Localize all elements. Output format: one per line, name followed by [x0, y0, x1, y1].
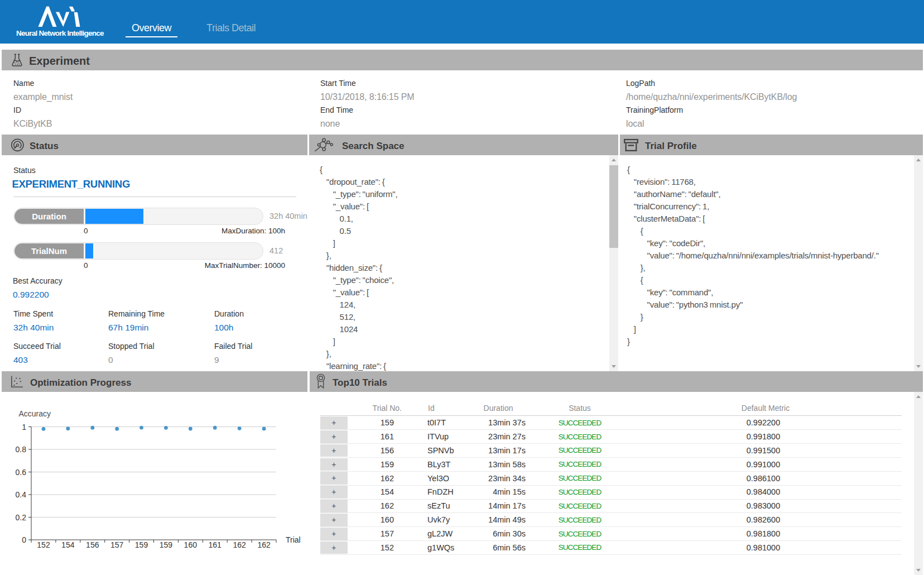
svg-text:Trial: Trial: [286, 535, 301, 544]
svg-text:0.2: 0.2: [16, 513, 27, 522]
svg-text:162: 162: [257, 540, 271, 549]
svg-text:0: 0: [22, 535, 26, 544]
svg-text:160: 160: [184, 540, 198, 549]
svg-text:152: 152: [37, 540, 50, 549]
svg-text:Accuracy: Accuracy: [19, 409, 51, 418]
svg-text:154: 154: [61, 540, 75, 549]
svg-text:0.6: 0.6: [16, 468, 27, 477]
svg-text:161: 161: [209, 540, 222, 549]
svg-text:159: 159: [135, 540, 148, 549]
svg-text:157: 157: [110, 540, 124, 549]
svg-text:0.4: 0.4: [16, 490, 27, 499]
svg-text:162: 162: [233, 540, 246, 549]
svg-text:156: 156: [86, 540, 99, 549]
svg-text:1: 1: [22, 423, 26, 432]
svg-text:159: 159: [160, 540, 173, 549]
svg-text:0.8: 0.8: [16, 445, 27, 454]
